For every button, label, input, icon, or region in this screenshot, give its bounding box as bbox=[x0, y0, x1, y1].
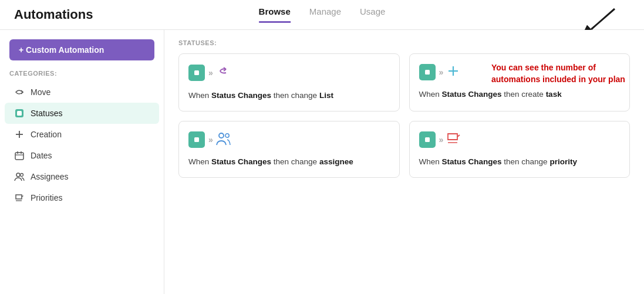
statuses-label: STATUSES: bbox=[178, 39, 630, 46]
sidebar-item-statuses-label: Statuses bbox=[31, 109, 62, 118]
sidebar-item-statuses[interactable]: Statuses bbox=[5, 103, 159, 124]
header-tabs: Browse Manage Usage bbox=[259, 6, 386, 23]
svg-point-21 bbox=[225, 134, 229, 137]
browse-area: STATUSES: » bbox=[164, 30, 644, 294]
chevrons-icon-3: » bbox=[208, 135, 212, 144]
share-icon bbox=[215, 63, 231, 82]
sidebar-item-dates-label: Dates bbox=[31, 151, 52, 160]
chevrons-icon-2: » bbox=[439, 67, 443, 77]
dates-icon bbox=[14, 150, 25, 161]
sidebar-item-assignees[interactable]: Assignees bbox=[5, 166, 159, 187]
move-icon bbox=[14, 87, 25, 97]
sidebar-item-creation-label: Creation bbox=[31, 130, 62, 139]
priority-icon bbox=[446, 131, 462, 148]
card-1-text: When Status Changes then change List bbox=[188, 90, 390, 102]
sidebar-item-assignees-label: Assignees bbox=[31, 172, 69, 181]
page-title: Automations bbox=[14, 7, 178, 22]
card-2-text: When Status Changes then create task bbox=[419, 89, 621, 100]
card-create-task[interactable]: » When Status Changes then create task bbox=[409, 53, 630, 111]
svg-point-10 bbox=[21, 174, 23, 177]
cards-grid: » When Status Changes then change List bbox=[178, 53, 630, 178]
svg-rect-19 bbox=[194, 137, 199, 142]
card-icons-3: » bbox=[188, 131, 390, 148]
status-square-icon-3 bbox=[188, 131, 205, 148]
status-icon bbox=[14, 108, 25, 119]
sidebar-item-priorities-label: Priorities bbox=[31, 193, 62, 202]
card-change-list[interactable]: » When Status Changes then change List bbox=[178, 53, 400, 111]
priorities-icon bbox=[14, 192, 25, 203]
chevrons-icon: » bbox=[208, 68, 212, 77]
card-3-text: When Status Changes then change assignee bbox=[188, 157, 390, 168]
chevrons-icon-4: » bbox=[439, 135, 443, 144]
sidebar-item-priorities[interactable]: Priorities bbox=[5, 187, 159, 208]
header: Automations Browse Manage Usage bbox=[0, 0, 644, 30]
svg-point-20 bbox=[219, 133, 224, 138]
svg-rect-13 bbox=[194, 70, 199, 75]
sidebar-item-move-label: Move bbox=[31, 87, 50, 97]
assignees-icon bbox=[14, 171, 25, 182]
card-change-assignee[interactable]: » When Status Changes then change assign… bbox=[178, 121, 400, 178]
custom-automation-button[interactable]: + Custom Automation bbox=[9, 39, 154, 60]
card-icons-1: » bbox=[188, 63, 390, 82]
svg-rect-5 bbox=[15, 153, 23, 160]
status-square-icon-2 bbox=[419, 64, 436, 80]
svg-rect-23 bbox=[425, 137, 430, 142]
main-content: + Custom Automation CATEGORIES: Move bbox=[0, 30, 644, 294]
create-task-icon bbox=[446, 63, 461, 81]
card-change-priority[interactable]: » When Status Changes then change priori… bbox=[409, 121, 630, 178]
tab-browse[interactable]: Browse bbox=[259, 6, 291, 23]
tab-usage[interactable]: Usage bbox=[360, 6, 385, 23]
card-icons-4: » bbox=[419, 131, 621, 148]
creation-icon bbox=[14, 129, 25, 140]
assignee-icon bbox=[215, 131, 232, 148]
svg-rect-15 bbox=[425, 70, 430, 75]
card-icons-2: » bbox=[419, 63, 621, 81]
svg-point-9 bbox=[16, 173, 20, 177]
status-square-icon bbox=[188, 65, 205, 81]
categories-label: CATEGORIES: bbox=[0, 70, 164, 82]
sidebar-item-creation[interactable]: Creation bbox=[5, 124, 159, 145]
tab-manage[interactable]: Manage bbox=[309, 6, 341, 23]
sidebar-item-dates[interactable]: Dates bbox=[5, 145, 159, 166]
svg-rect-2 bbox=[17, 111, 22, 116]
sidebar-item-move[interactable]: Move bbox=[5, 82, 159, 103]
sidebar: + Custom Automation CATEGORIES: Move bbox=[0, 30, 164, 294]
status-square-icon-4 bbox=[419, 131, 436, 148]
card-4-text: When Status Changes then change priority bbox=[419, 157, 621, 168]
